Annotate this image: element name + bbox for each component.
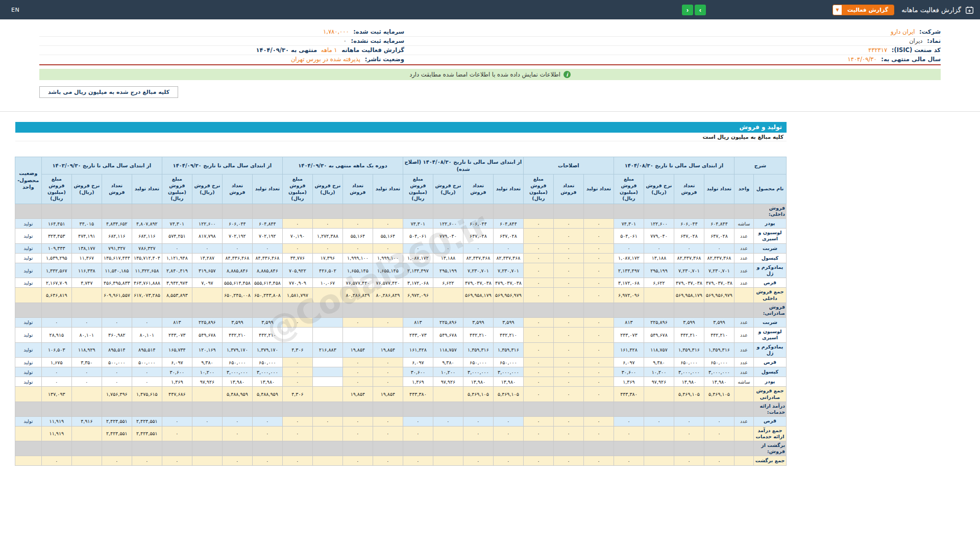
column-header: مبلغ فروش (میلیون ریال) bbox=[162, 174, 192, 204]
value-cell: ۸۲,۴۳۷,۳۶۸ bbox=[493, 253, 523, 263]
value-cell bbox=[312, 426, 342, 441]
empty-cell bbox=[102, 441, 132, 456]
table-row: جمع درآمد ارائه خدمات۰۰۰۰۰۰۰۰۰۰۰۰۰۰۰۲,۴۲… bbox=[15, 426, 786, 441]
value-cell: ۰ bbox=[493, 416, 523, 426]
value-cell: ۰ bbox=[282, 358, 312, 367]
prev-report-button[interactable]: ‹ bbox=[682, 5, 693, 15]
value-cell: ۰ bbox=[282, 377, 312, 387]
value-cell: ۰ bbox=[373, 456, 403, 466]
value-cell: ۴,۹۱۶ bbox=[71, 416, 102, 426]
value-cell: ۰ bbox=[463, 426, 493, 441]
value-cell: ۸۹۵,۵۱۴ bbox=[132, 342, 162, 358]
value-cell: ۳,۵۹۹ bbox=[704, 317, 734, 327]
empty-cell bbox=[102, 303, 132, 318]
value-cell: ۷۹۱,۳۲۷ bbox=[102, 243, 132, 253]
product-name-cell: قرص bbox=[754, 416, 787, 426]
status-cell: تولید bbox=[15, 367, 41, 377]
value-cell: ۰ bbox=[553, 426, 583, 441]
section-label-cell: فروش صادراتی: bbox=[754, 303, 787, 318]
value-cell: ۰ bbox=[342, 219, 373, 229]
empty-cell bbox=[342, 303, 373, 318]
value-cell: ۰ bbox=[403, 456, 433, 466]
value-cell: ۰ bbox=[523, 387, 553, 402]
value-cell: ۰ bbox=[71, 317, 102, 327]
value-cell: ۲۱۶,۸۸۳ bbox=[312, 342, 342, 358]
empty-cell bbox=[15, 402, 41, 416]
product-name-cell: لوسیون و اسپری bbox=[754, 327, 787, 342]
value-cell: ۰ bbox=[553, 253, 583, 263]
value-cell: ۷۷۹,۰۴۰ bbox=[644, 229, 674, 244]
value-cell: ۸۰,۱۰۱ bbox=[132, 327, 162, 342]
value-cell: ۱۱۸,۷۵۷ bbox=[644, 342, 674, 358]
language-toggle-en[interactable]: EN bbox=[6, 7, 19, 13]
value-cell: ۶۵۰,۰۰۰ bbox=[463, 358, 493, 367]
value-cell: ۰ bbox=[553, 219, 583, 229]
column-header: نرخ فروش (ریال) bbox=[433, 174, 463, 204]
status-cell: تولید bbox=[15, 358, 41, 367]
value-cell: ۱۱,۹۱۹ bbox=[41, 416, 71, 426]
issuer-status-value: پذیرفته شده در بورس تهران bbox=[291, 56, 360, 63]
value-cell: ۸۰,۲۸۶,۸۲۹ bbox=[342, 288, 373, 303]
value-cell: ۰ bbox=[132, 367, 162, 377]
value-cell: ۴۷۹,۰۳۷,۰۳۸ bbox=[674, 278, 704, 288]
empty-cell bbox=[463, 303, 493, 318]
value-cell: ۴۴۷,۶۸۶ bbox=[162, 387, 192, 402]
value-cell: ۶۸۲,۱۱۶ bbox=[102, 229, 132, 244]
value-cell: ۶۰۶,۰۴۴ bbox=[222, 219, 252, 229]
empty-cell bbox=[463, 441, 493, 456]
table-row: درآمد ارائه خدمات: bbox=[15, 402, 786, 416]
value-cell: ۱,۰۸۷,۱۷۲ bbox=[403, 253, 433, 263]
status-cell bbox=[15, 426, 41, 441]
value-cell: ۰ bbox=[553, 377, 583, 387]
value-cell: ۸۲,۴۳۷,۳۶۸ bbox=[704, 253, 734, 263]
value-cell: ۰ bbox=[523, 342, 553, 358]
value-cell: ۴۷۹,۰۳۷,۰۳۸ bbox=[493, 278, 523, 288]
value-cell: ۲۸,۹۱۵ bbox=[41, 327, 71, 342]
value-cell: ۳,۵۹۹ bbox=[252, 317, 282, 327]
value-cell: ۰ bbox=[282, 456, 312, 466]
value-cell: ۰ bbox=[403, 416, 433, 426]
value-cell: ۸۹۵,۵۱۴ bbox=[102, 342, 132, 358]
value-cell bbox=[644, 456, 674, 466]
empty-cell bbox=[734, 441, 753, 456]
status-cell: تولید bbox=[15, 416, 41, 426]
empty-cell bbox=[71, 441, 102, 456]
empty-cell bbox=[614, 204, 644, 219]
product-name-cell: پودر bbox=[754, 377, 787, 387]
currency-note-tab: کلیه مبالغ درج شده به میلیون ریال می باش… bbox=[39, 86, 178, 98]
empty-cell bbox=[644, 441, 674, 456]
value-cell: ۱۳۵,۷۱۲,۴۰۴ bbox=[132, 253, 162, 263]
value-cell: ۷۷۹,۰۴۰ bbox=[433, 229, 463, 244]
value-cell: ۶۵۰,۰۰۰ bbox=[222, 358, 252, 367]
value-cell: ۱۱۸,۷۵۷ bbox=[433, 342, 463, 358]
value-cell: ۷۰۲,۱۹۲ bbox=[222, 229, 252, 244]
value-cell: ۰ bbox=[312, 416, 342, 426]
value-cell: ۰ bbox=[523, 219, 553, 229]
value-cell: ۵,۴۶۹,۱۰۵ bbox=[463, 387, 493, 402]
table-row: فروش داخلی: bbox=[15, 204, 786, 219]
value-cell: ۰ bbox=[403, 426, 433, 441]
value-cell bbox=[71, 426, 102, 441]
next-report-button[interactable]: › bbox=[695, 5, 706, 15]
value-cell: ۱۶۴,۴۵۱ bbox=[41, 219, 71, 229]
value-cell: ۳۰,۶۰۰ bbox=[403, 367, 433, 377]
report-type-select[interactable]: گزارش فعالیت ▼ bbox=[832, 5, 894, 15]
value-cell bbox=[192, 288, 222, 303]
empty-cell bbox=[282, 204, 312, 219]
value-cell: ۶۰۶,۰۴۴ bbox=[674, 219, 704, 229]
value-cell: ۸۰,۲۸۶,۸۲۹ bbox=[373, 288, 403, 303]
empty-cell bbox=[403, 303, 433, 318]
value-cell: ۱۹,۸۵۴ bbox=[373, 342, 403, 358]
empty-cell bbox=[433, 441, 463, 456]
empty-cell bbox=[523, 204, 553, 219]
value-cell bbox=[312, 317, 342, 327]
product-name-cell: کپسول bbox=[754, 253, 787, 263]
value-cell: ۰ bbox=[523, 327, 553, 342]
column-header: مبلغ فروش (میلیون ریال) bbox=[41, 174, 71, 204]
value-cell: ۷,۲۳۰,۷۰۱ bbox=[493, 263, 523, 278]
empty-cell bbox=[614, 441, 644, 456]
value-cell: ۰ bbox=[252, 456, 282, 466]
empty-cell bbox=[583, 303, 614, 318]
value-cell: ۰ bbox=[41, 456, 71, 466]
value-cell: ۷,۰۹۷ bbox=[192, 278, 222, 288]
